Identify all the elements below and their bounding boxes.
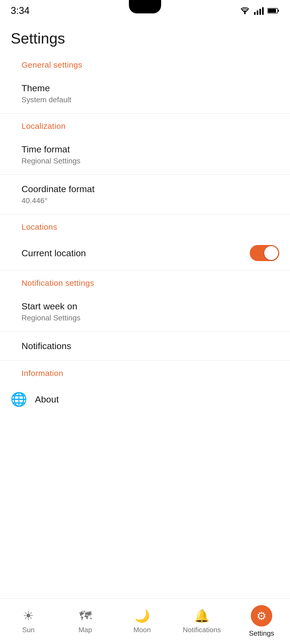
section-information: Information — [0, 361, 290, 382]
start-week-subtitle: Regional Settings — [21, 314, 80, 322]
start-week-title: Start week on — [21, 301, 80, 312]
settings-content: Settings General settings Theme System d… — [0, 21, 290, 465]
svg-point-0 — [244, 13, 246, 14]
current-location-toggle[interactable] — [250, 245, 279, 261]
theme-text: Theme System default — [21, 83, 71, 104]
theme-subtitle: System default — [21, 96, 71, 104]
nav-item-notifications[interactable]: 🔔 Notifications — [177, 606, 226, 637]
nav-item-map[interactable]: 🗺 Map — [64, 606, 107, 637]
nav-label-notifications: Notifications — [183, 626, 221, 634]
section-localization: Localization — [0, 114, 290, 135]
bottom-nav: ☀ Sun 🗺 Map 🌙 Moon 🔔 Notifications ⚙ Set… — [0, 598, 290, 644]
coordinate-format-subtitle: 40.446° — [21, 196, 95, 205]
theme-title: Theme — [21, 83, 71, 93]
coordinate-format-item[interactable]: Coordinate format 40.446° — [0, 175, 290, 214]
nav-item-sun[interactable]: ☀ Sun — [7, 606, 50, 637]
coordinate-format-title: Coordinate format — [21, 184, 95, 194]
notifications-item[interactable]: Notifications — [0, 332, 290, 360]
svg-rect-4 — [262, 7, 264, 15]
time-format-subtitle: Regional Settings — [21, 157, 80, 165]
current-location-title: Current location — [21, 248, 86, 258]
section-notification: Notification settings — [0, 270, 290, 292]
current-location-item[interactable]: Current location — [0, 236, 290, 270]
about-title: About — [35, 394, 59, 405]
battery-icon — [267, 8, 279, 14]
map-icon: 🗺 — [79, 609, 92, 623]
nav-label-settings: Settings — [249, 629, 274, 638]
current-location-text: Current location — [21, 248, 86, 258]
svg-rect-2 — [257, 10, 258, 15]
wifi-icon — [240, 7, 250, 15]
status-time: 3:34 — [11, 5, 30, 16]
section-general: General settings — [0, 52, 290, 74]
about-item[interactable]: 🌐 About — [0, 382, 290, 416]
nav-label-map: Map — [78, 626, 92, 634]
settings-icon: ⚙ — [256, 609, 267, 623]
time-format-text: Time format Regional Settings — [21, 144, 80, 165]
signal-icon — [254, 7, 264, 15]
start-week-text: Start week on Regional Settings — [21, 301, 80, 322]
svg-rect-7 — [268, 9, 276, 13]
page-title: Settings — [0, 21, 290, 52]
svg-rect-1 — [254, 12, 256, 15]
globe-icon: 🌐 — [10, 391, 27, 407]
status-icons — [240, 7, 279, 15]
notch — [129, 0, 161, 13]
nav-label-moon: Moon — [133, 626, 151, 634]
moon-icon: 🌙 — [135, 609, 150, 623]
notifications-icon: 🔔 — [194, 609, 209, 623]
nav-item-settings[interactable]: ⚙ Settings — [240, 602, 283, 640]
section-locations: Locations — [0, 214, 290, 236]
time-format-title: Time format — [21, 144, 80, 155]
about-icon-wrap: 🌐 — [11, 391, 27, 407]
sun-icon: ☀ — [23, 609, 34, 623]
svg-rect-6 — [278, 10, 279, 12]
settings-icon-circle: ⚙ — [251, 605, 272, 627]
start-week-item[interactable]: Start week on Regional Settings — [0, 292, 290, 331]
coordinate-format-text: Coordinate format 40.446° — [21, 184, 95, 205]
theme-item[interactable]: Theme System default — [0, 74, 290, 113]
nav-item-moon[interactable]: 🌙 Moon — [121, 606, 164, 637]
nav-label-sun: Sun — [22, 626, 35, 634]
time-format-item[interactable]: Time format Regional Settings — [0, 135, 290, 174]
svg-rect-3 — [259, 9, 261, 15]
